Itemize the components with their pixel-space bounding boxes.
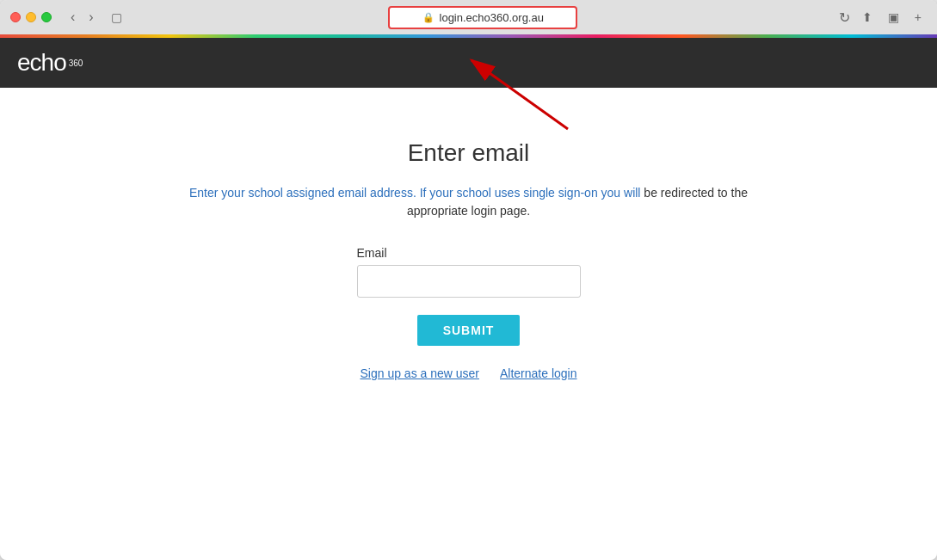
email-form-group: Email bbox=[357, 246, 581, 298]
description-highlight: will bbox=[624, 186, 640, 200]
reader-mode-button[interactable]: ▢ bbox=[106, 9, 127, 26]
email-input[interactable] bbox=[357, 265, 581, 298]
close-button[interactable] bbox=[10, 12, 21, 22]
share-button[interactable]: ⬆ bbox=[857, 9, 878, 26]
logo-echo-text: echo bbox=[17, 49, 66, 77]
nav-buttons: ‹ › bbox=[65, 8, 99, 27]
browser-toolbar-right: ⬆ ▣ + bbox=[857, 9, 927, 26]
page-title: Enter email bbox=[408, 139, 530, 167]
address-bar-container: 🔒 login.echo360.org.au bbox=[134, 6, 832, 29]
minimize-button[interactable] bbox=[26, 12, 36, 22]
description-part1: Enter your school assigned email address… bbox=[189, 186, 624, 200]
alternate-login-link[interactable]: Alternate login bbox=[500, 366, 577, 380]
browser-window: ‹ › ▢ 🔒 login.echo360.org.au ↻ ⬆ ▣ + bbox=[0, 0, 937, 560]
add-button[interactable]: + bbox=[909, 9, 927, 26]
forward-button[interactable]: › bbox=[83, 8, 98, 27]
logo: echo360 bbox=[17, 49, 83, 77]
reload-button[interactable]: ↻ bbox=[839, 9, 850, 26]
lock-icon: 🔒 bbox=[422, 12, 435, 23]
links-row: Sign up as a new user Alternate login bbox=[360, 366, 576, 380]
logo-360-text: 360 bbox=[69, 58, 83, 68]
app-header: echo360 bbox=[0, 38, 937, 88]
page-description: Enter your school assigned email address… bbox=[168, 184, 770, 220]
email-label: Email bbox=[357, 246, 581, 260]
address-bar[interactable]: 🔒 login.echo360.org.au bbox=[388, 6, 577, 29]
url-text: login.echo360.org.au bbox=[440, 11, 544, 24]
traffic-lights bbox=[10, 12, 52, 22]
browser-titlebar: ‹ › ▢ 🔒 login.echo360.org.au ↻ ⬆ ▣ + bbox=[0, 0, 937, 34]
page-body: Enter email Enter your school assigned e… bbox=[0, 88, 937, 560]
signup-link[interactable]: Sign up as a new user bbox=[360, 366, 479, 380]
back-button[interactable]: ‹ bbox=[65, 8, 80, 27]
submit-button[interactable]: SUBMIT bbox=[417, 315, 521, 346]
browser-area: echo360 Enter email Enter your school as… bbox=[0, 34, 937, 560]
maximize-button[interactable] bbox=[41, 12, 52, 22]
new-tab-button[interactable]: ▣ bbox=[883, 9, 904, 26]
